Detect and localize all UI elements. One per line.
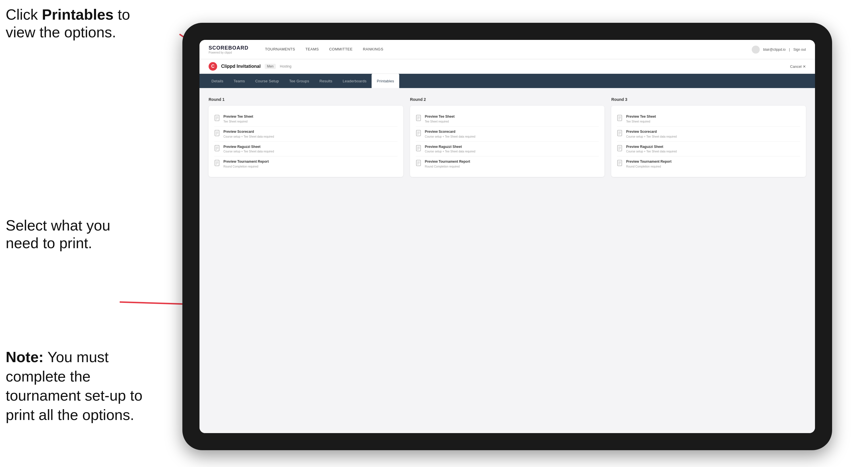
annotation-top-text1: Click [6,6,42,23]
round1-scorecard-title: Preview Scorecard [223,129,274,134]
annotation-middle: Select what you need to print. [6,217,143,252]
brand: SCOREBOARD Powered by clippd [209,45,248,54]
round-2-card: Preview Tee Sheet Tee Sheet required [410,106,605,177]
nav-tournaments[interactable]: TOURNAMENTS [260,40,300,59]
tab-results[interactable]: Results [314,74,337,88]
round3-raguzzi-sub: Course setup + Tee Sheet data required [626,150,677,153]
tournament-name: Clippd Invitational [221,64,261,69]
cancel-button[interactable]: Cancel ✕ [790,64,806,69]
sub-header: C Clippd Invitational Men Hosting Cancel… [199,59,815,74]
round2-raguzzi-sub: Course setup + Tee Sheet data required [425,150,475,153]
document-icon [214,160,221,167]
round2-tee-sheet[interactable]: Preview Tee Sheet Tee Sheet required [416,112,599,126]
round1-raguzzi[interactable]: Preview Raguzzi Sheet Course setup + Tee… [214,142,398,157]
document-icon [416,160,422,167]
document-icon [214,130,221,137]
document-icon [617,115,623,122]
sub-header-left: C Clippd Invitational Men Hosting [209,62,291,71]
rounds-grid: Round 1 Preview Tee Sheet Tee [209,97,806,177]
round3-raguzzi[interactable]: Preview Raguzzi Sheet Course setup + Tee… [617,142,800,157]
round-3-title: Round 3 [611,97,806,102]
round-3-section: Round 3 Preview Tee Sheet Tee [611,97,806,177]
document-icon [617,130,623,137]
round1-report-title: Preview Tournament Report [223,159,269,164]
document-icon [416,115,422,122]
round1-raguzzi-title: Preview Raguzzi Sheet [223,145,274,149]
close-icon: ✕ [803,64,806,69]
round3-scorecard[interactable]: Preview Scorecard Course setup + Tee She… [617,126,800,142]
round1-tee-sheet-sub: Tee Sheet required [223,120,253,123]
tab-leaderboards[interactable]: Leaderboards [337,74,372,88]
nav-teams[interactable]: TEAMS [300,40,324,59]
round-1-card: Preview Tee Sheet Tee Sheet required [209,106,403,177]
nav-separator: | [789,48,790,52]
document-icon [214,115,221,122]
round-2-title: Round 2 [410,97,605,102]
hosting-badge: Hosting [280,64,291,68]
top-nav: SCOREBOARD Powered by clippd TOURNAMENTS… [199,40,815,59]
tournament-tag: Men [265,64,276,69]
round2-tee-sheet-title: Preview Tee Sheet [425,114,455,119]
round2-report-sub: Round Completion required [425,165,470,168]
clippd-logo: C [209,62,217,71]
annotation-top: Click Printables to view the options. [6,6,143,41]
round2-tournament-report[interactable]: Preview Tournament Report Round Completi… [416,156,599,171]
round1-tournament-report[interactable]: Preview Tournament Report Round Completi… [214,156,398,171]
top-nav-right: blair@clippd.io | Sign out [752,45,806,54]
round3-tee-sheet[interactable]: Preview Tee Sheet Tee Sheet required [617,112,800,126]
round1-raguzzi-sub: Course setup + Tee Sheet data required [223,150,274,153]
annotation-bottom: Note: You must complete the tournament s… [6,348,160,425]
round2-tee-sheet-sub: Tee Sheet required [425,120,455,123]
annotation-middle-text: Select what you need to print. [6,217,110,251]
round-2-section: Round 2 Preview Tee Sheet Tee [410,97,605,177]
round1-scorecard-sub: Course setup + Tee Sheet data required [223,135,274,138]
round-1-title: Round 1 [209,97,403,102]
tab-printables[interactable]: Printables [372,74,399,88]
document-icon [416,130,422,137]
tab-details[interactable]: Details [206,74,228,88]
round1-scorecard[interactable]: Preview Scorecard Course setup + Tee She… [214,126,398,142]
tab-bar: Details Teams Course Setup Tee Groups Re… [199,74,815,88]
round3-raguzzi-title: Preview Raguzzi Sheet [626,145,677,149]
round3-report-title: Preview Tournament Report [626,159,671,164]
round3-report-sub: Round Completion required [626,165,671,168]
tablet-screen: SCOREBOARD Powered by clippd TOURNAMENTS… [199,40,815,433]
round2-raguzzi[interactable]: Preview Raguzzi Sheet Course setup + Tee… [416,142,599,157]
nav-committee[interactable]: COMMITTEE [324,40,358,59]
round3-tee-sheet-sub: Tee Sheet required [626,120,656,123]
round3-scorecard-title: Preview Scorecard [626,129,677,134]
annotation-bottom-bold: Note: [6,349,43,365]
tab-teams[interactable]: Teams [228,74,250,88]
round2-raguzzi-title: Preview Raguzzi Sheet [425,145,475,149]
round2-scorecard[interactable]: Preview Scorecard Course setup + Tee She… [416,126,599,142]
brand-sub: Powered by clippd [209,51,248,54]
tab-course-setup[interactable]: Course Setup [250,74,284,88]
round2-report-title: Preview Tournament Report [425,159,470,164]
document-icon [416,145,422,152]
content-area: Round 1 Preview Tee Sheet Tee [199,88,815,433]
document-icon [617,145,623,152]
document-icon [617,160,623,167]
round3-tee-sheet-title: Preview Tee Sheet [626,114,656,119]
tablet-device: SCOREBOARD Powered by clippd TOURNAMENTS… [182,23,832,450]
brand-title: SCOREBOARD [209,45,248,51]
sign-out-link[interactable]: Sign out [793,48,806,52]
round1-tee-sheet-title: Preview Tee Sheet [223,114,253,119]
round-1-section: Round 1 Preview Tee Sheet Tee [209,97,403,177]
top-nav-links: TOURNAMENTS TEAMS COMMITTEE RANKINGS [260,40,752,59]
nav-rankings[interactable]: RANKINGS [358,40,389,59]
round1-report-sub: Round Completion required [223,165,269,168]
round3-tournament-report[interactable]: Preview Tournament Report Round Completi… [617,156,800,171]
user-avatar [752,45,760,54]
annotation-top-bold: Printables [42,6,114,23]
round2-scorecard-sub: Course setup + Tee Sheet data required [425,135,475,138]
document-icon [214,145,221,152]
round3-scorecard-sub: Course setup + Tee Sheet data required [626,135,677,138]
round1-tee-sheet[interactable]: Preview Tee Sheet Tee Sheet required [214,112,398,126]
round-3-card: Preview Tee Sheet Tee Sheet required [611,106,806,177]
user-email: blair@clippd.io [763,48,786,52]
round2-scorecard-title: Preview Scorecard [425,129,475,134]
tab-tee-groups[interactable]: Tee Groups [284,74,314,88]
